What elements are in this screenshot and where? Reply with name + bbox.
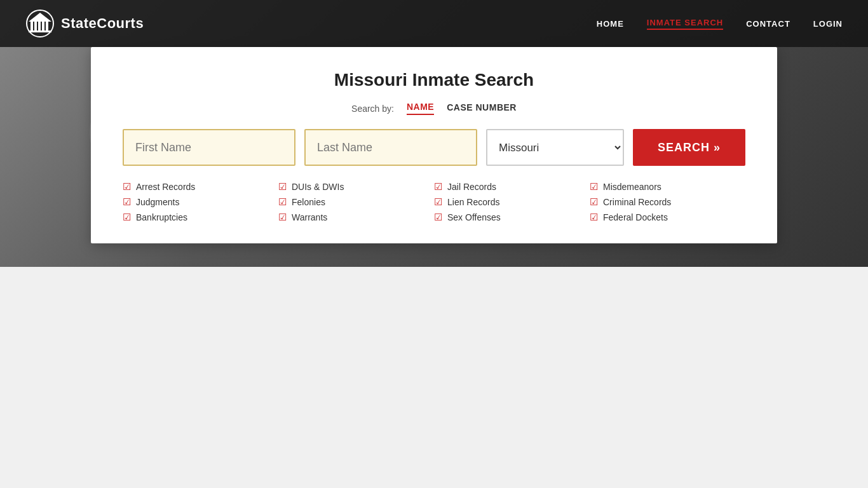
nav-inmate-search[interactable]: INMATE SEARCH xyxy=(647,18,723,30)
check-icon: ☑ xyxy=(434,212,442,223)
nav-home[interactable]: HOME xyxy=(597,19,624,29)
site-logo-icon xyxy=(25,9,55,38)
checkbox-label: Felonies xyxy=(292,197,325,207)
check-icon: ☑ xyxy=(590,212,598,223)
checkbox-item: ☑Sex Offenses xyxy=(434,212,590,223)
check-icon: ☑ xyxy=(123,212,131,223)
svg-rect-5 xyxy=(46,22,48,30)
checkbox-item: ☑Judgments xyxy=(123,196,278,208)
checkbox-item: ☑Criminal Records xyxy=(590,196,745,208)
checkbox-label: Sex Offenses xyxy=(447,212,501,222)
logo-text: StateCourts xyxy=(61,15,144,32)
checkboxes-grid: ☑Arrest Records☑DUIs & DWIs☑Jail Records… xyxy=(123,181,745,223)
last-name-input[interactable] xyxy=(304,129,477,166)
checkbox-item: ☑Bankruptcies xyxy=(123,212,278,223)
checkbox-label: Bankruptcies xyxy=(136,212,187,222)
checkbox-label: Federal Dockets xyxy=(603,212,668,222)
check-icon: ☑ xyxy=(278,212,287,223)
nav-login[interactable]: LOGIN xyxy=(813,19,843,29)
checkbox-label: Jail Records xyxy=(447,182,496,192)
checkbox-item: ☑Federal Dockets xyxy=(590,212,745,223)
checkbox-item: ☑DUIs & DWIs xyxy=(278,181,434,193)
tab-name[interactable]: NAME xyxy=(407,102,434,115)
svg-rect-2 xyxy=(34,22,37,30)
checkbox-label: Misdemeanors xyxy=(603,182,661,192)
search-by-label: Search by: xyxy=(351,104,394,114)
checkbox-item: ☑Warrants xyxy=(278,212,434,223)
check-icon: ☑ xyxy=(278,196,287,208)
checkbox-label: Judgments xyxy=(136,197,179,207)
checkbox-item: ☑Misdemeanors xyxy=(590,181,745,193)
check-icon: ☑ xyxy=(123,181,131,193)
check-icon: ☑ xyxy=(434,196,442,208)
check-icon: ☑ xyxy=(123,196,131,208)
modal-title: Missouri Inmate Search xyxy=(123,70,745,90)
main-nav: HOME INMATE SEARCH CONTACT LOGIN xyxy=(597,18,843,30)
check-icon: ☑ xyxy=(434,181,442,193)
checkbox-label: Lien Records xyxy=(447,197,500,207)
checkbox-label: DUIs & DWIs xyxy=(292,182,344,192)
search-modal: Missouri Inmate Search Search by: NAME C… xyxy=(91,47,777,243)
search-button[interactable]: SEARCH » xyxy=(633,129,745,166)
first-name-input[interactable] xyxy=(123,129,295,166)
check-icon: ☑ xyxy=(278,181,287,193)
tab-case-number[interactable]: CASE NUMBER xyxy=(447,102,517,114)
search-inputs-row: Missouri Alabama Alaska Arizona Arkansas… xyxy=(123,129,745,166)
checkbox-label: Warrants xyxy=(292,212,327,222)
check-icon: ☑ xyxy=(590,181,598,193)
checkbox-item: ☑Jail Records xyxy=(434,181,590,193)
svg-rect-1 xyxy=(31,22,33,30)
checkbox-item: ☑Arrest Records xyxy=(123,181,278,193)
search-by-row: Search by: NAME CASE NUMBER xyxy=(123,102,745,115)
svg-rect-4 xyxy=(42,22,44,30)
checkbox-item: ☑Felonies xyxy=(278,196,434,208)
site-header: StateCourts HOME INMATE SEARCH CONTACT L… xyxy=(0,0,868,47)
check-icon: ☑ xyxy=(590,196,598,208)
checkbox-item: ☑Lien Records xyxy=(434,196,590,208)
state-select[interactable]: Missouri Alabama Alaska Arizona Arkansas… xyxy=(486,129,624,166)
svg-marker-6 xyxy=(29,13,51,22)
checkbox-label: Criminal Records xyxy=(603,197,671,207)
nav-contact[interactable]: CONTACT xyxy=(746,19,790,29)
svg-rect-3 xyxy=(38,22,41,30)
logo-area[interactable]: StateCourts xyxy=(25,9,144,38)
svg-rect-7 xyxy=(29,30,51,32)
checkbox-label: Arrest Records xyxy=(136,182,195,192)
